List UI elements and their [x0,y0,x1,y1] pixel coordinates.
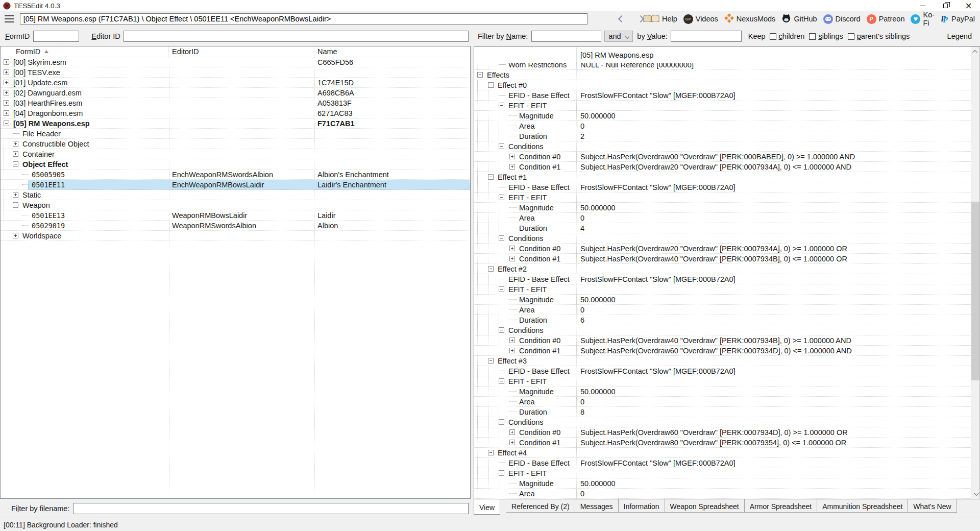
record-row[interactable]: EFIT - EFIT [474,101,971,111]
tab-armor-spreadsheet[interactable]: Armor Spreadsheet [745,499,817,513]
record-field-value[interactable]: 50.000000 [576,479,971,488]
record-field-value[interactable]: 50.000000 [576,296,971,304]
record-row[interactable]: Condition #1Subject.HasPerk(Overdraw20 "… [474,162,971,172]
record-row[interactable]: Effects [474,70,971,80]
help-link[interactable]: Help [643,14,677,25]
tree-row[interactable]: [01] Update.esm1C74E15D [1,78,470,88]
record-row[interactable]: Area0 [474,489,971,499]
filter-by-name-input[interactable] [531,31,601,42]
record-row[interactable]: EFID - Base EffectFrostSlowFFContact "Sl… [474,366,971,376]
scroll-down-button[interactable] [971,489,980,499]
collapse-minus-icon[interactable] [488,266,494,272]
record-column-header[interactable]: [05] RM Weapons.esp [580,51,653,59]
tree-row[interactable]: Weapon [1,200,470,210]
filter-by-value-input[interactable] [671,31,742,42]
record-field-value[interactable]: 0 [576,306,971,314]
record-path-input[interactable] [20,13,587,25]
tree-row[interactable]: Constructible Object [1,139,470,149]
collapse-minus-icon[interactable] [488,358,494,364]
tree-row[interactable]: [03] HearthFires.esmA053813F [1,98,470,108]
formid-input[interactable] [33,31,79,42]
record-field-value[interactable]: 0 [576,122,971,130]
collapse-minus-icon[interactable] [499,378,504,384]
record-row[interactable]: EFID - Base EffectFrostSlowFFContact "Sl… [474,274,971,284]
tree-row[interactable]: [02] Dawnguard.esmA698CB6A [1,88,470,98]
collapse-minus-icon[interactable] [499,470,504,476]
tab-weapon-spreadsheet[interactable]: Weapon Spreadsheet [665,499,745,513]
record-row[interactable]: Conditions [474,141,971,152]
collapse-minus-icon[interactable] [13,161,18,167]
column-header-name[interactable]: Name [314,46,470,57]
patreon-link[interactable]: PPatreon [867,14,905,24]
expand-plus-icon[interactable] [13,233,18,238]
kofi-link[interactable]: ♥Ko-Fi [911,11,935,27]
record-field-value[interactable]: 0 [576,398,971,406]
record-row[interactable]: Area0 [474,213,971,223]
record-field-value[interactable]: 50.000000 [576,204,971,212]
expand-plus-icon[interactable] [4,59,9,65]
scroll-up-button[interactable] [971,46,980,57]
record-row[interactable]: Magnitude50.000000 [474,111,971,121]
record-row[interactable]: Conditions [474,233,971,244]
record-field-value[interactable]: 4 [576,224,971,232]
record-field-value[interactable]: FrostSlowFFContact "Slow" [MGEF:000B72A0… [576,91,971,100]
record-field-value[interactable]: Subject.HasPerk(Overdraw20 "Overdraw" [P… [576,245,971,253]
tree-row[interactable]: 0501EE13WeaponRMBowsLaidirLaidir [1,210,470,221]
collapse-minus-icon[interactable] [499,103,504,108]
expand-plus-icon[interactable] [4,69,9,75]
nexusmods-link[interactable]: NexusMods [724,13,776,25]
videos-link[interactable]: GPVideos [683,14,718,24]
record-row[interactable]: Duration2 [474,131,971,141]
record-row[interactable]: Condition #0Subject.HasPerk(Overdraw00 "… [474,152,971,162]
column-header-editorid[interactable]: EditorID [169,46,314,57]
collapse-minus-icon[interactable] [488,450,494,455]
collapse-minus-icon[interactable] [13,202,18,208]
keep-parent-s-siblings-checkbox[interactable]: parent's siblings [848,32,910,40]
tree-row[interactable]: [00] TESV.exe [1,67,470,78]
record-row[interactable]: Magnitude50.000000 [474,203,971,213]
record-row[interactable]: EFID - Base EffectFrostSlowFFContact "Sl… [474,458,971,468]
tree-row[interactable]: 0501EE11EnchWeaponRMBowsLaidirLaidir's E… [1,180,470,190]
record-row[interactable]: EFIT - EFIT [474,192,971,203]
expand-plus-icon[interactable] [509,154,515,159]
restore-button[interactable] [934,0,957,11]
paypal-link[interactable]: PPPayPal [941,14,975,24]
record-row[interactable]: Condition #1Subject.HasPerk(Overdraw60 "… [474,346,971,356]
record-row[interactable]: Area0 [474,397,971,407]
legend-button[interactable]: Legend [947,32,972,40]
expand-plus-icon[interactable] [509,164,515,170]
editorid-input[interactable] [124,31,469,42]
expand-plus-icon[interactable] [509,337,515,343]
record-row[interactable]: Area0 [474,305,971,315]
record-field-value[interactable]: FrostSlowFFContact "Slow" [MGEF:000B72A0… [576,183,971,191]
filter-operator-select[interactable]: and [604,31,633,42]
record-row[interactable]: EFID - Base EffectFrostSlowFFContact "Sl… [474,182,971,192]
menu-button[interactable] [5,15,14,22]
record-row[interactable]: Magnitude50.000000 [474,387,971,397]
record-row[interactable]: Duration6 [474,315,971,325]
expand-plus-icon[interactable] [509,256,515,261]
record-field-value[interactable]: Subject.HasPerk(Overdraw60 "Overdraw" [P… [576,347,971,355]
expand-plus-icon[interactable] [509,348,515,353]
discord-link[interactable]: Discord [823,14,861,24]
tree-row[interactable]: File Header [1,129,470,139]
tree-row[interactable]: Container [1,149,470,159]
record-row[interactable]: Condition #0Subject.HasPerk(Overdraw40 "… [474,335,971,346]
record-row[interactable]: Condition #1Subject.HasPerk(Overdraw80 "… [474,438,971,448]
tree-row[interactable]: [05] RM Weapons.espF71C7AB1 [1,118,470,129]
tab-view[interactable]: View [474,499,500,515]
column-header-formid[interactable]: FormID [1,46,169,57]
collapse-minus-icon[interactable] [499,195,504,200]
filename-filter-input[interactable] [73,503,469,514]
expand-plus-icon[interactable] [4,110,9,116]
tab-ammunition-spreadsheet[interactable]: Ammunition Spreadsheet [817,499,908,513]
record-field-value[interactable]: Subject.HasPerk(Overdraw40 "Overdraw" [P… [576,255,971,263]
expand-plus-icon[interactable] [509,429,515,435]
collapse-minus-icon[interactable] [4,120,9,126]
tab-what-s-new[interactable]: What's New [908,499,957,513]
record-row[interactable]: Duration4 [474,223,971,233]
record-row[interactable]: Effect #3 [474,356,971,366]
collapse-minus-icon[interactable] [488,174,494,180]
collapse-minus-icon[interactable] [488,82,494,88]
expand-plus-icon[interactable] [13,192,18,198]
